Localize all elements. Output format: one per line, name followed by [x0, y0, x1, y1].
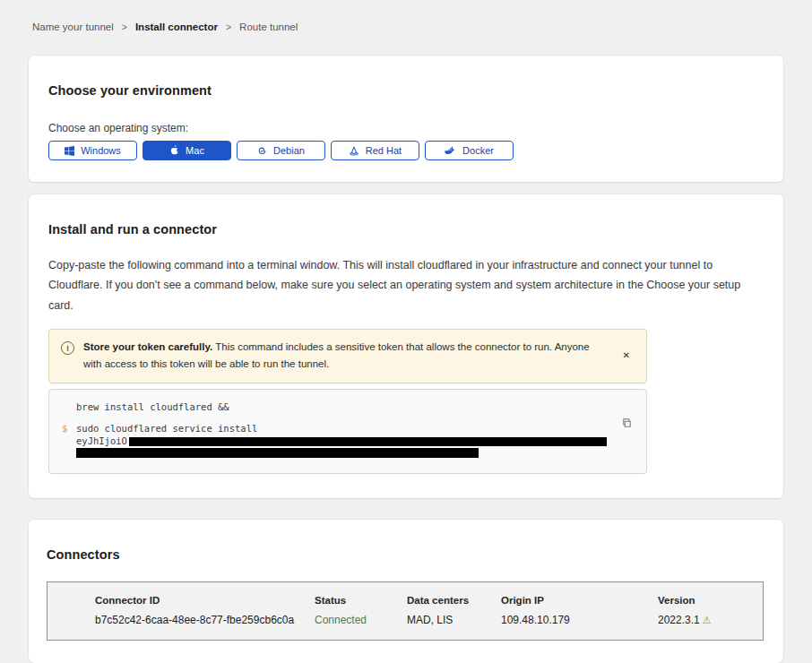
connector-status-value: Connected	[315, 614, 407, 626]
version-warning-icon: ⚠	[703, 615, 712, 625]
os-button-label: Docker	[462, 145, 494, 156]
close-icon[interactable]: ✕	[619, 349, 634, 362]
connectors-card-title: Connectors	[47, 547, 765, 562]
os-button-label: Debian	[273, 145, 305, 156]
column-header-connector-id: Connector ID	[95, 595, 315, 606]
install-description: Copy-paste the following command into a …	[48, 255, 764, 315]
connector-origin-ip-value: 109.48.10.179	[501, 614, 658, 626]
os-button-redhat[interactable]: Red Hat	[331, 141, 419, 160]
debian-icon	[257, 146, 267, 156]
column-header-version: Version	[658, 595, 763, 606]
code-command-row: $ sudo cloudflared service install eyJhI…	[62, 423, 632, 458]
os-button-label: Red Hat	[366, 145, 402, 156]
code-line-sudo: sudo cloudflared service install	[76, 423, 632, 435]
os-select-label: Choose an operating system:	[48, 122, 764, 134]
column-header-origin-ip: Origin IP	[501, 595, 658, 606]
connectors-table: Connector ID Status Data centers Origin …	[47, 581, 764, 641]
os-button-label: Windows	[81, 145, 121, 156]
column-header-status: Status	[315, 595, 407, 606]
version-text: 2022.3.1	[658, 614, 700, 626]
redacted-token-bar	[76, 448, 479, 458]
copy-icon	[621, 418, 633, 429]
environment-card-title: Choose your environment	[48, 83, 764, 98]
info-circle-icon: !	[61, 341, 74, 355]
copy-command-button[interactable]	[619, 416, 635, 431]
token-warning-bold: Store your token carefully.	[83, 341, 212, 352]
token-warning-banner: ! Store your token carefully. This comma…	[48, 329, 647, 383]
code-line-brew: brew install cloudflared &&	[76, 401, 632, 413]
os-button-group: Windows Mac Debian Red Hat Docker	[48, 141, 764, 160]
connectors-card: Connectors Connector ID Status Data cent…	[29, 520, 783, 663]
breadcrumb-step-install-connector[interactable]: Install connector	[135, 22, 218, 32]
connector-id-value: b7c52c42-6caa-48ee-8c77-fbe259cb6c0a	[95, 614, 315, 626]
breadcrumb-step-name-your-tunnel[interactable]: Name your tunnel	[32, 22, 114, 32]
install-command-codeblock: brew install cloudflared && $ sudo cloud…	[48, 389, 647, 474]
os-button-docker[interactable]: Docker	[425, 141, 514, 160]
choose-environment-card: Choose your environment Choose an operat…	[29, 56, 783, 182]
column-header-data-centers: Data centers	[407, 595, 501, 606]
breadcrumb: Name your tunnel > Install connector > R…	[0, 0, 812, 32]
os-button-label: Mac	[186, 145, 204, 156]
breadcrumb-separator: >	[122, 22, 127, 32]
redhat-icon	[349, 146, 359, 156]
redacted-token-bar	[129, 437, 607, 446]
token-line: eyJhIjoiO	[76, 435, 632, 447]
connector-version-value: 2022.3.1⚠	[658, 614, 763, 626]
docker-icon	[445, 146, 456, 156]
install-connector-card: Install and run a connector Copy-paste t…	[29, 194, 783, 498]
os-button-windows[interactable]: Windows	[48, 141, 137, 160]
apple-icon	[169, 145, 179, 156]
windows-icon	[65, 146, 74, 156]
shell-prompt: $	[62, 423, 76, 458]
os-button-debian[interactable]: Debian	[237, 141, 325, 160]
breadcrumb-separator: >	[226, 22, 231, 32]
os-button-mac[interactable]: Mac	[143, 141, 231, 160]
connector-data-centers-value: MAD, LIS	[407, 614, 501, 626]
token-warning-text: Store your token carefully. This command…	[83, 339, 610, 374]
install-card-title: Install and run a connector	[48, 222, 764, 237]
token-prefix: eyJhIjoiO	[76, 435, 127, 446]
breadcrumb-step-route-tunnel[interactable]: Route tunnel	[239, 22, 298, 32]
